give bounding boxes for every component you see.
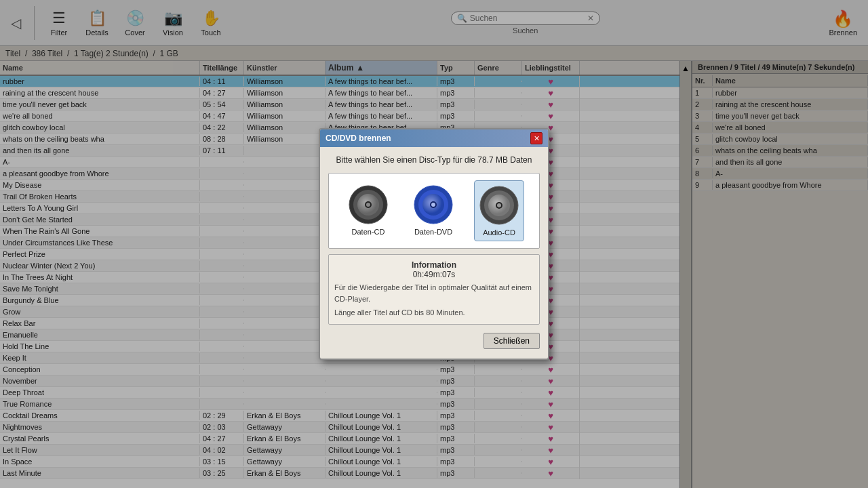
info-text1: Für die Wiedergabe der Titel in optimale… — [334, 282, 534, 304]
svg-point-14 — [497, 203, 501, 207]
audio-cd-icon — [479, 185, 519, 226]
dialog-footer: Schließen — [328, 330, 540, 350]
dialog-title: CD/DVD brennen — [326, 134, 391, 143]
cd-dvd-dialog: CD/DVD brennen ✕ Bitte wählen Sie einen … — [319, 128, 549, 360]
dialog-body: Bitte wählen Sie einen Disc-Typ für die … — [320, 147, 548, 359]
info-text2: Länge aller Titel auf CD bis 80 Minuten. — [334, 307, 534, 319]
audio-cd-label: Audio-CD — [483, 228, 515, 237]
disc-options: Daten-CD — [328, 173, 540, 249]
daten-cd-option[interactable]: Daten-CD — [344, 180, 393, 241]
daten-cd-icon — [348, 184, 389, 225]
daten-dvd-option[interactable]: Daten-DVD — [409, 180, 458, 241]
dialog-overlay: CD/DVD brennen ✕ Bitte wählen Sie einen … — [0, 0, 868, 488]
daten-cd-label: Daten-CD — [352, 228, 385, 236]
dialog-close-button[interactable]: ✕ — [530, 132, 542, 144]
close-button[interactable]: Schließen — [484, 333, 540, 349]
svg-point-9 — [431, 203, 435, 207]
daten-dvd-icon — [413, 184, 454, 225]
dialog-titlebar: CD/DVD brennen ✕ — [320, 129, 548, 147]
info-box: Information 0h:49m:07s Für die Wiedergab… — [328, 254, 540, 325]
info-time: 0h:49m:07s — [334, 270, 534, 279]
svg-point-4 — [366, 203, 370, 207]
audio-cd-option[interactable]: Audio-CD — [474, 180, 524, 241]
info-title: Information — [334, 260, 534, 270]
dialog-prompt: Bitte wählen Sie einen Disc-Typ für die … — [328, 155, 540, 165]
daten-dvd-label: Daten-DVD — [414, 228, 452, 236]
